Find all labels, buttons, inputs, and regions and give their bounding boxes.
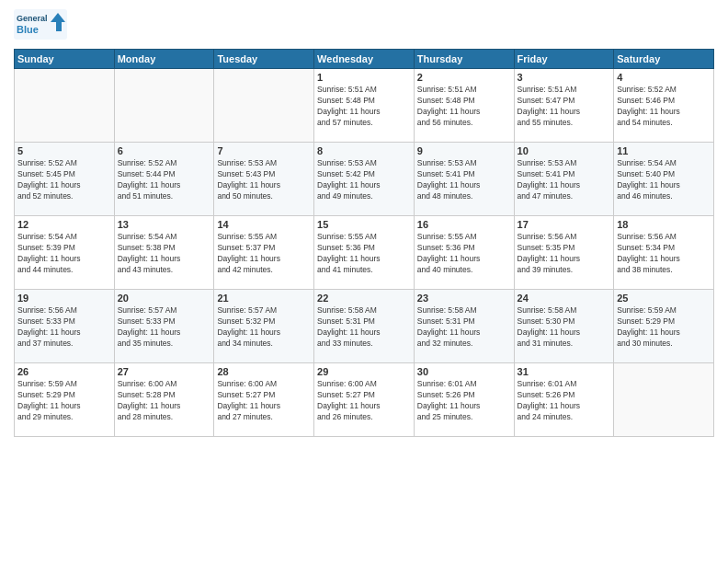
day-info: Sunrise: 6:01 AM Sunset: 5:26 PM Dayligh… — [417, 379, 511, 423]
day-number: 27 — [118, 366, 211, 377]
day-info: Sunrise: 5:55 AM Sunset: 5:37 PM Dayligh… — [217, 232, 311, 276]
day-info: Sunrise: 5:54 AM Sunset: 5:38 PM Dayligh… — [118, 232, 211, 276]
day-number: 3 — [518, 72, 611, 83]
day-number: 8 — [317, 145, 411, 156]
day-cell: 22Sunrise: 5:58 AM Sunset: 5:31 PM Dayli… — [314, 290, 415, 363]
day-info: Sunrise: 5:55 AM Sunset: 5:36 PM Dayligh… — [317, 232, 411, 276]
day-info: Sunrise: 5:54 AM Sunset: 5:40 PM Dayligh… — [617, 158, 711, 202]
day-info: Sunrise: 5:58 AM Sunset: 5:31 PM Dayligh… — [417, 305, 511, 350]
day-cell: 6Sunrise: 5:52 AM Sunset: 5:44 PM Daylig… — [114, 143, 214, 216]
day-number: 5 — [17, 145, 111, 156]
day-number: 25 — [617, 293, 711, 304]
day-info: Sunrise: 5:58 AM Sunset: 5:30 PM Dayligh… — [518, 305, 611, 350]
svg-text:General: General — [17, 14, 48, 23]
day-info: Sunrise: 5:52 AM Sunset: 5:46 PM Dayligh… — [617, 85, 711, 129]
day-info: Sunrise: 5:59 AM Sunset: 5:29 PM Dayligh… — [17, 379, 111, 423]
day-cell — [114, 69, 214, 143]
day-info: Sunrise: 6:01 AM Sunset: 5:26 PM Dayligh… — [518, 379, 611, 423]
header: General Blue — [14, 9, 714, 41]
day-info: Sunrise: 6:00 AM Sunset: 5:28 PM Dayligh… — [118, 379, 211, 423]
logo-svg: General Blue — [14, 9, 69, 41]
day-number: 19 — [17, 293, 111, 304]
weekday-header-wednesday: Wednesday — [314, 50, 415, 69]
day-number: 18 — [617, 219, 711, 230]
day-cell: 16Sunrise: 5:55 AM Sunset: 5:36 PM Dayli… — [414, 216, 514, 290]
day-number: 31 — [518, 366, 611, 377]
day-number: 15 — [317, 219, 411, 230]
day-info: Sunrise: 6:00 AM Sunset: 5:27 PM Dayligh… — [217, 379, 311, 423]
day-info: Sunrise: 5:56 AM Sunset: 5:35 PM Dayligh… — [518, 232, 611, 276]
day-cell: 26Sunrise: 5:59 AM Sunset: 5:29 PM Dayli… — [15, 363, 115, 437]
day-cell: 10Sunrise: 5:53 AM Sunset: 5:41 PM Dayli… — [514, 143, 614, 216]
day-cell: 21Sunrise: 5:57 AM Sunset: 5:32 PM Dayli… — [214, 290, 314, 363]
day-info: Sunrise: 5:53 AM Sunset: 5:41 PM Dayligh… — [518, 158, 611, 202]
weekday-header-saturday: Saturday — [614, 50, 714, 69]
day-info: Sunrise: 5:58 AM Sunset: 5:31 PM Dayligh… — [317, 305, 411, 350]
day-number: 22 — [317, 293, 411, 304]
day-cell: 17Sunrise: 5:56 AM Sunset: 5:35 PM Dayli… — [514, 216, 614, 290]
day-number: 9 — [417, 145, 511, 156]
day-number: 14 — [217, 219, 311, 230]
day-cell: 4Sunrise: 5:52 AM Sunset: 5:46 PM Daylig… — [614, 69, 714, 143]
weekday-header-row: SundayMondayTuesdayWednesdayThursdayFrid… — [15, 50, 714, 69]
day-number: 4 — [617, 72, 711, 83]
day-cell: 30Sunrise: 6:01 AM Sunset: 5:26 PM Dayli… — [414, 363, 514, 437]
day-info: Sunrise: 5:53 AM Sunset: 5:43 PM Dayligh… — [217, 158, 311, 202]
day-number: 16 — [417, 219, 511, 230]
day-cell: 29Sunrise: 6:00 AM Sunset: 5:27 PM Dayli… — [314, 363, 415, 437]
day-number: 2 — [417, 72, 511, 83]
day-number: 7 — [217, 145, 311, 156]
day-number: 13 — [118, 219, 211, 230]
day-cell: 28Sunrise: 6:00 AM Sunset: 5:27 PM Dayli… — [214, 363, 314, 437]
day-cell: 23Sunrise: 5:58 AM Sunset: 5:31 PM Dayli… — [414, 290, 514, 363]
day-info: Sunrise: 5:57 AM Sunset: 5:33 PM Dayligh… — [118, 305, 211, 350]
day-info: Sunrise: 6:00 AM Sunset: 5:27 PM Dayligh… — [317, 379, 411, 423]
day-number: 24 — [518, 293, 611, 304]
day-info: Sunrise: 5:56 AM Sunset: 5:33 PM Dayligh… — [17, 305, 111, 350]
day-info: Sunrise: 5:53 AM Sunset: 5:42 PM Dayligh… — [317, 158, 411, 202]
day-info: Sunrise: 5:56 AM Sunset: 5:34 PM Dayligh… — [617, 232, 711, 276]
week-row-2: 5Sunrise: 5:52 AM Sunset: 5:45 PM Daylig… — [15, 143, 714, 216]
day-number: 30 — [417, 366, 511, 377]
day-cell: 5Sunrise: 5:52 AM Sunset: 5:45 PM Daylig… — [15, 143, 115, 216]
day-cell — [614, 363, 714, 437]
day-number: 20 — [118, 293, 211, 304]
day-number: 26 — [17, 366, 111, 377]
day-cell: 9Sunrise: 5:53 AM Sunset: 5:41 PM Daylig… — [414, 143, 514, 216]
day-cell: 31Sunrise: 6:01 AM Sunset: 5:26 PM Dayli… — [514, 363, 614, 437]
day-cell — [15, 69, 115, 143]
day-number: 23 — [417, 293, 511, 304]
day-cell: 3Sunrise: 5:51 AM Sunset: 5:47 PM Daylig… — [514, 69, 614, 143]
week-row-5: 26Sunrise: 5:59 AM Sunset: 5:29 PM Dayli… — [15, 363, 714, 437]
day-cell: 25Sunrise: 5:59 AM Sunset: 5:29 PM Dayli… — [614, 290, 714, 363]
day-cell: 18Sunrise: 5:56 AM Sunset: 5:34 PM Dayli… — [614, 216, 714, 290]
day-cell: 1Sunrise: 5:51 AM Sunset: 5:48 PM Daylig… — [314, 69, 415, 143]
day-cell: 7Sunrise: 5:53 AM Sunset: 5:43 PM Daylig… — [214, 143, 314, 216]
day-info: Sunrise: 5:51 AM Sunset: 5:48 PM Dayligh… — [417, 85, 511, 129]
day-number: 6 — [118, 145, 211, 156]
day-info: Sunrise: 5:53 AM Sunset: 5:41 PM Dayligh… — [417, 158, 511, 202]
day-number: 29 — [317, 366, 411, 377]
day-number: 17 — [518, 219, 611, 230]
day-info: Sunrise: 5:51 AM Sunset: 5:47 PM Dayligh… — [518, 85, 611, 129]
svg-text:Blue: Blue — [17, 24, 39, 35]
calendar-table: SundayMondayTuesdayWednesdayThursdayFrid… — [14, 49, 714, 437]
day-info: Sunrise: 5:51 AM Sunset: 5:48 PM Dayligh… — [317, 85, 411, 129]
week-row-4: 19Sunrise: 5:56 AM Sunset: 5:33 PM Dayli… — [15, 290, 714, 363]
day-cell: 15Sunrise: 5:55 AM Sunset: 5:36 PM Dayli… — [314, 216, 415, 290]
day-cell: 24Sunrise: 5:58 AM Sunset: 5:30 PM Dayli… — [514, 290, 614, 363]
day-cell: 8Sunrise: 5:53 AM Sunset: 5:42 PM Daylig… — [314, 143, 415, 216]
day-cell: 11Sunrise: 5:54 AM Sunset: 5:40 PM Dayli… — [614, 143, 714, 216]
day-number: 21 — [217, 293, 311, 304]
day-info: Sunrise: 5:57 AM Sunset: 5:32 PM Dayligh… — [217, 305, 311, 350]
weekday-header-tuesday: Tuesday — [214, 50, 314, 69]
week-row-1: 1Sunrise: 5:51 AM Sunset: 5:48 PM Daylig… — [15, 69, 714, 143]
day-number: 11 — [617, 145, 711, 156]
day-number: 1 — [317, 72, 411, 83]
day-info: Sunrise: 5:55 AM Sunset: 5:36 PM Dayligh… — [417, 232, 511, 276]
day-cell: 27Sunrise: 6:00 AM Sunset: 5:28 PM Dayli… — [114, 363, 214, 437]
week-row-3: 12Sunrise: 5:54 AM Sunset: 5:39 PM Dayli… — [15, 216, 714, 290]
weekday-header-monday: Monday — [114, 50, 214, 69]
day-cell: 14Sunrise: 5:55 AM Sunset: 5:37 PM Dayli… — [214, 216, 314, 290]
day-info: Sunrise: 5:52 AM Sunset: 5:44 PM Dayligh… — [118, 158, 211, 202]
